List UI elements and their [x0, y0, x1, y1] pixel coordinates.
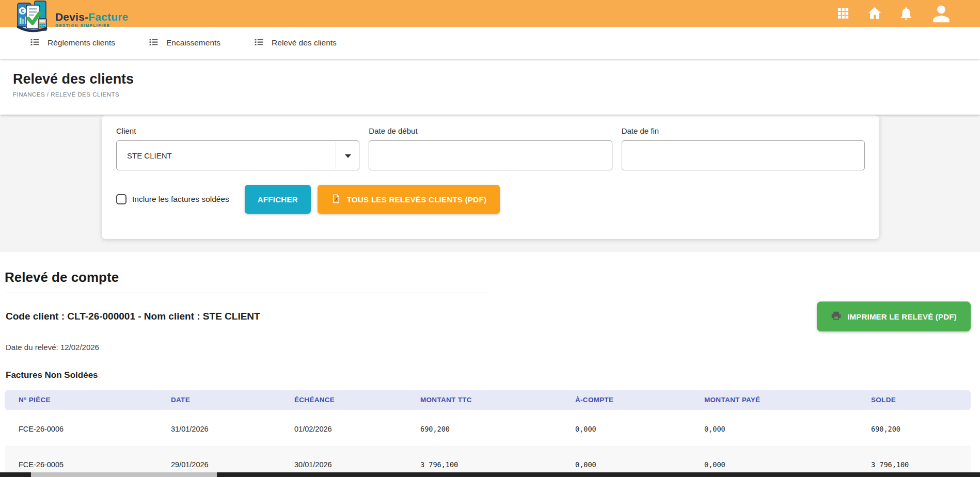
account-avatar-icon[interactable]	[929, 2, 953, 25]
list-icon	[29, 37, 40, 50]
client-select[interactable]: STE CLIENT	[116, 140, 359, 170]
heading-divider	[5, 293, 488, 293]
printer-icon	[831, 310, 842, 323]
print-statement-label: IMPRIMER LE RELEVÉ (PDF)	[847, 312, 956, 321]
cell-solde: 690,200	[857, 410, 971, 447]
cell-acompte: 0,000	[561, 410, 690, 447]
include-paid-label: Inclure les factures soldées	[132, 195, 229, 204]
list-icon	[148, 37, 159, 50]
print-statement-button[interactable]: IMPRIMER LE RELEVÉ (PDF)	[817, 301, 971, 331]
page-title: Relevé des clients	[13, 71, 980, 87]
page-header: Relevé des clients FINANCES / RELEVÉ DES…	[0, 59, 980, 115]
client-field: Client STE CLIENT	[116, 126, 359, 170]
all-statements-pdf-button[interactable]: TOUS LES RELEVÉS CLIENTS (PDF)	[318, 185, 500, 214]
date-end-field: Date de fin	[622, 126, 865, 170]
brand-tagline: GESTION SIMPLIFIÉE	[55, 24, 129, 28]
svg-text:€: €	[20, 8, 24, 14]
client-label: Client	[116, 126, 359, 135]
col-header-piece: N° PIÈCE	[5, 390, 157, 410]
col-header-acompte: À-COMPTE	[561, 390, 690, 410]
unpaid-invoices-title: Factures Non Soldées	[5, 370, 971, 380]
date-start-input[interactable]	[369, 140, 612, 170]
statement-date-line: Date du relevé: 12/02/2026	[5, 343, 971, 352]
tab-label: Encaissements	[166, 38, 220, 47]
home-icon[interactable]	[866, 5, 883, 22]
app-window: € Devis-Facture	[0, 0, 980, 477]
unpaid-invoices-table: N° PIÈCE DATE ÉCHÉANCE MONTANT TTC À-COM…	[5, 390, 971, 477]
cell-montant-paye: 0,000	[690, 410, 857, 447]
client-select-value: STE CLIENT	[127, 151, 172, 160]
brand-logo-illustration-icon: €	[14, 1, 52, 35]
tab-label: Règlements clients	[48, 38, 115, 47]
cell-montant-ttc: 690,200	[406, 410, 561, 447]
col-header-solde: SOLDE	[857, 390, 971, 410]
table-header-row: N° PIÈCE DATE ÉCHÉANCE MONTANT TTC À-COM…	[5, 390, 971, 410]
statement-section: Relevé de compte Code client : CLT-26-00…	[0, 269, 980, 477]
tab-reglements-clients[interactable]: Règlements clients	[29, 37, 115, 50]
table-row[interactable]: FCE-26-0006 31/01/2026 01/02/2026 690,20…	[5, 410, 971, 447]
statement-heading: Relevé de compte	[5, 269, 971, 285]
col-header-montant-ttc: MONTANT TTC	[406, 390, 561, 410]
date-start-label: Date de début	[369, 126, 612, 135]
brand-text: Devis-Facture GESTION SIMPLIFIÉE	[55, 11, 129, 28]
date-end-input[interactable]	[622, 140, 865, 170]
cell-date: 31/01/2026	[157, 410, 280, 447]
filter-card: Client STE CLIENT Date de début Date de …	[102, 115, 879, 239]
filter-zone: Client STE CLIENT Date de début Date de …	[0, 115, 980, 252]
select-divider	[336, 141, 336, 169]
list-icon	[254, 37, 264, 50]
tab-encaissements[interactable]: Encaissements	[148, 37, 220, 50]
col-header-echeance: ÉCHÉANCE	[280, 390, 406, 410]
breadcrumb: FINANCES / RELEVÉ DES CLIENTS	[13, 91, 980, 98]
col-header-date: DATE	[157, 390, 280, 410]
horizontal-scrollbar[interactable]	[0, 472, 980, 477]
cell-piece: FCE-26-0006	[5, 410, 157, 447]
show-button[interactable]: AFFICHER	[245, 185, 311, 214]
include-paid-checkbox-wrap: Inclure les factures soldées	[116, 194, 229, 204]
notifications-bell-icon[interactable]	[898, 6, 914, 21]
date-end-label: Date de fin	[622, 126, 865, 135]
apps-grid-icon[interactable]	[835, 6, 851, 21]
pdf-file-icon	[331, 194, 341, 205]
top-bar: € Devis-Facture	[0, 0, 980, 27]
menu-bar: Règlements clients Encaissements Relevé …	[0, 27, 980, 59]
horizontal-scrollbar-thumb[interactable]	[31, 472, 217, 477]
cell-echeance: 01/02/2026	[280, 410, 406, 447]
date-start-field: Date de début	[369, 126, 612, 170]
brand-name: Devis-Facture	[55, 11, 129, 22]
brand-logo-block[interactable]: € Devis-Facture	[14, 1, 129, 35]
col-header-montant-paye: MONTANT PAYÉ	[690, 390, 857, 410]
tab-releve-des-clients[interactable]: Relevé des clients	[254, 37, 337, 50]
client-info-line: Code client : CLT-26-000001 - Nom client…	[5, 311, 260, 322]
include-paid-checkbox[interactable]	[116, 194, 127, 204]
chevron-down-icon	[345, 154, 351, 158]
tab-label: Relevé des clients	[272, 38, 337, 47]
all-statements-pdf-label: TOUS LES RELEVÉS CLIENTS (PDF)	[347, 195, 486, 204]
